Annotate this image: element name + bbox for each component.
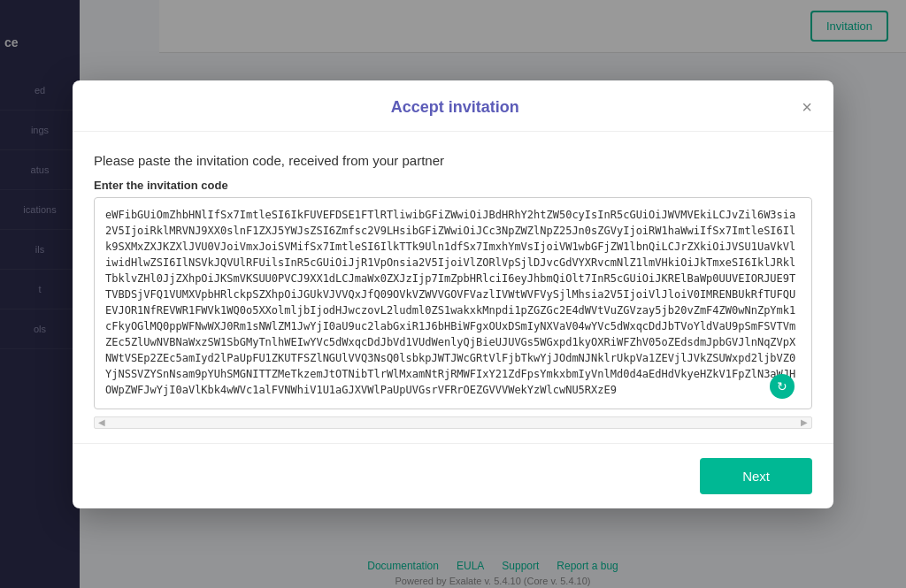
invitation-code-wrapper: ↻: [94, 197, 812, 413]
modal-overlay: Accept invitation × Please paste the inv…: [0, 0, 906, 588]
next-button[interactable]: Next: [700, 458, 812, 494]
scroll-right-arrow[interactable]: ▶: [797, 416, 811, 429]
accept-invitation-modal: Accept invitation × Please paste the inv…: [73, 80, 833, 508]
scroll-left-arrow[interactable]: ◀: [95, 416, 109, 429]
modal-header: Accept invitation ×: [73, 80, 833, 132]
modal-title: Accept invitation: [115, 98, 795, 117]
modal-body: Please paste the invitation code, receiv…: [73, 132, 833, 443]
field-label: Enter the invitation code: [94, 179, 812, 192]
modal-footer: Next: [73, 443, 833, 508]
horizontal-scrollbar[interactable]: ◀ ▶: [94, 416, 812, 429]
instruction-text: Please paste the invitation code, receiv…: [94, 153, 812, 168]
invitation-code-input[interactable]: [94, 197, 812, 409]
refresh-icon[interactable]: ↻: [770, 374, 795, 399]
modal-close-button[interactable]: ×: [795, 98, 812, 116]
